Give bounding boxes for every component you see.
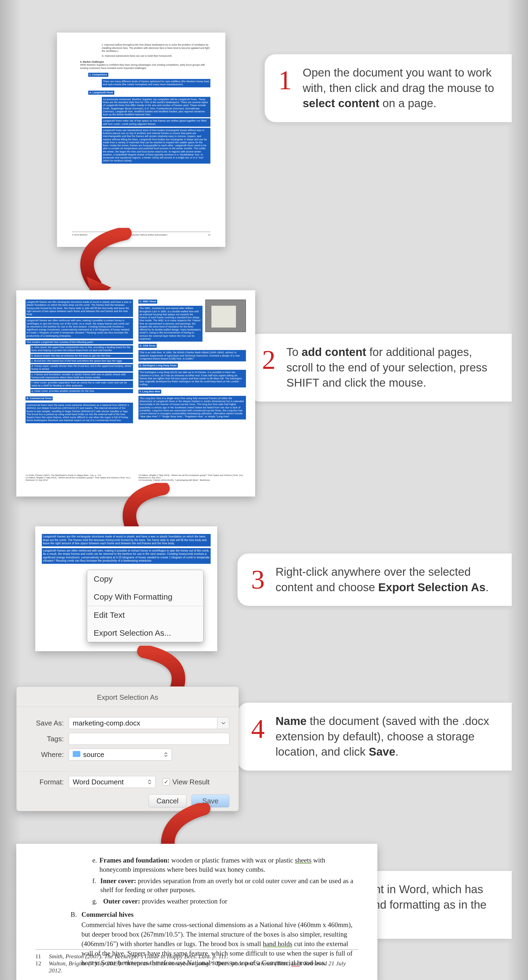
where-label: Where: [26, 751, 64, 759]
pdf-spread-step2: Langstroth frames are thin rectangular s… [16, 290, 255, 496]
step-text: To add content for additional pages, scr… [286, 345, 495, 391]
spread-left-page: Langstroth frames are thin rectangular s… [26, 298, 133, 488]
step-text: Name the document (saved with the .docx … [276, 714, 495, 760]
context-menu: Copy Copy With Formatting Edit Text Expo… [87, 570, 204, 642]
step-4-callout: 4 Name the document (saved with the .doc… [238, 703, 512, 770]
menu-copy[interactable]: Copy [87, 570, 203, 588]
view-result-checkbox[interactable]: ✓ [163, 778, 170, 786]
pdf-page-step1: ii. Improved airflow throughout the hive… [57, 33, 225, 247]
saveas-label: Save As: [26, 719, 64, 727]
where-dropdown[interactable]: source [69, 749, 172, 760]
menu-edit-text[interactable]: Edit Text [87, 606, 203, 624]
tags-label: Tags: [26, 735, 64, 743]
step-text: Right-click anywhere over the selected c… [276, 564, 495, 595]
saveas-expand[interactable] [217, 717, 230, 729]
folder-icon [73, 751, 80, 757]
step-2-callout: 2 To add content for additional pages, s… [248, 334, 512, 402]
step-number: 4 [251, 710, 265, 747]
step-number: 1 [278, 62, 292, 99]
step-1-callout: 1 Open the document you want to work wit… [265, 54, 512, 122]
word-document-step5: e.Frames and foundation: wooden or plast… [16, 844, 377, 980]
tags-field[interactable] [69, 733, 230, 745]
tutorial-stage: 1 Open the document you want to work wit… [0, 16, 528, 980]
view-result-label: View Result [172, 778, 210, 786]
step-number: 2 [262, 341, 276, 378]
spread-right-page: C. WBC hives The WBC, invented by and na… [139, 298, 246, 488]
step-text: Open the document you want to work with,… [303, 65, 495, 111]
step-3-callout: 3 Right-click anywhere over the selected… [238, 554, 512, 606]
format-dropdown[interactable]: Word Document [69, 776, 156, 788]
footnotes: 11Smith, Preston (2007). The Beekeeper's… [35, 949, 358, 974]
context-menu-panel: Langstroth frames are thin rectangular s… [35, 527, 217, 651]
export-dialog: Export Selection As Save As: marketing-c… [16, 686, 239, 811]
menu-copy-formatting[interactable]: Copy With Formatting [87, 588, 203, 606]
dialog-title: Export Selection As [16, 687, 239, 707]
format-label: Format: [26, 778, 64, 786]
menu-export-selection[interactable]: Export Selection As... [87, 624, 203, 642]
beehive-photo [205, 299, 246, 332]
step-number: 3 [251, 561, 265, 598]
saveas-field[interactable]: marketing-comp.docx [69, 717, 217, 729]
